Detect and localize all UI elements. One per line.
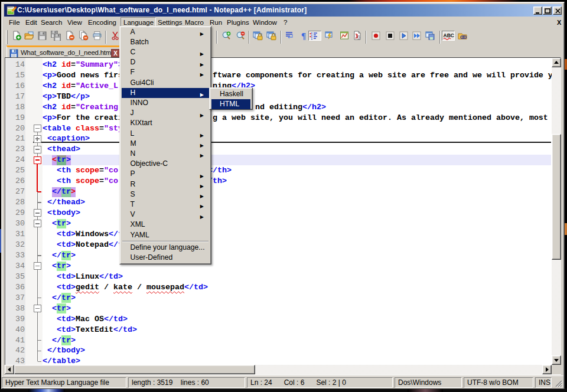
svg-text:¶: ¶ — [301, 31, 306, 41]
svg-text:{}: {} — [357, 35, 360, 40]
svg-text:ABC: ABC — [444, 32, 454, 38]
